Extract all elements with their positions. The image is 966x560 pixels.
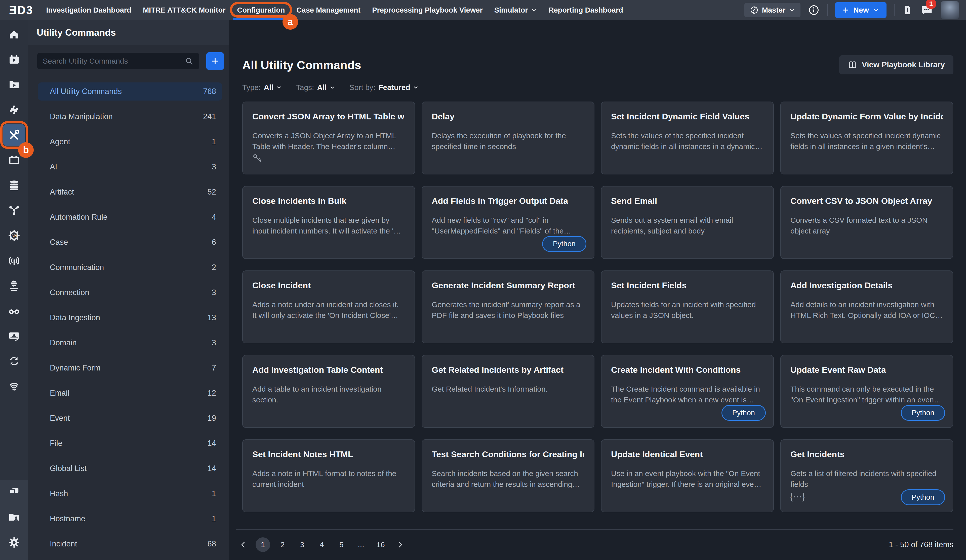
command-card-update-event-raw-data[interactable]: Update Event Raw Data This command can o… (780, 355, 953, 428)
category-global-list[interactable]: Global List 14 (38, 460, 222, 478)
nav-item-reporting-dashboard[interactable]: Reporting Dashboard (549, 0, 623, 20)
database-icon[interactable] (8, 179, 20, 191)
next-page-button[interactable] (393, 537, 407, 552)
add-utility-command-button[interactable] (206, 52, 224, 70)
category-label: Email (50, 388, 69, 398)
page-button-5[interactable]: 5 (334, 537, 349, 552)
command-card-update-identical-event[interactable]: Update Identical Event Use in an event p… (601, 439, 774, 512)
category-count: 3 (212, 162, 216, 172)
category-data-ingestion[interactable]: Data Ingestion 13 (38, 309, 222, 327)
sync-arrows-icon[interactable] (8, 355, 20, 367)
category-domain[interactable]: Domain 3 (38, 334, 222, 352)
command-card-send-email[interactable]: Send Email Sends out a system email with… (601, 186, 774, 259)
command-card-update-dynamic-form-value-by-incident[interactable]: Update Dynamic Form Value by Incident...… (780, 102, 953, 174)
command-card-get-related-incidents-by-artifact[interactable]: Get Related Incidents by Artifact Get Re… (422, 355, 595, 428)
category-incident[interactable]: Incident 68 (38, 535, 222, 553)
new-button-label: New (853, 6, 869, 14)
command-card-set-incident-dynamic-field-values[interactable]: Set Incident Dynamic Field Values Sets t… (601, 102, 774, 174)
notifications-button[interactable]: 1 (920, 3, 933, 16)
command-card-set-incident-notes-html[interactable]: Set Incident Notes HTML Adds a note in H… (242, 439, 415, 512)
kanban-board-icon[interactable] (8, 154, 20, 166)
nav-item-preprocessing-playbook-viewer[interactable]: Preprocessing Playbook Viewer (372, 0, 483, 20)
page-title: All Utility Commands (242, 58, 361, 72)
key-icon (252, 153, 263, 164)
nav-item-simulator[interactable]: Simulator (495, 0, 537, 20)
copy-windows-icon[interactable] (8, 486, 20, 498)
category-communication[interactable]: Communication 2 (38, 259, 222, 277)
page-button-4[interactable]: 4 (314, 537, 329, 552)
nav-item-case-management[interactable]: Case Management (297, 0, 361, 20)
fingerprint-icon[interactable] (8, 380, 20, 392)
page-button-16[interactable]: 16 (373, 537, 388, 552)
command-card-close-incidents-in-bulk[interactable]: Close Incidents in Bulk Close multiple i… (242, 186, 415, 259)
folder-user-icon[interactable] (8, 511, 20, 523)
page-ellipsis[interactable]: ... (354, 537, 368, 552)
category-connection[interactable]: Connection 3 (38, 283, 222, 301)
category-data-manipulation[interactable]: Data Manipulation 241 (38, 108, 222, 126)
binoculars-icon[interactable] (8, 305, 20, 317)
type-filter[interactable]: Type: All (242, 83, 282, 92)
globe-lines-icon[interactable] (8, 280, 20, 292)
calendar-play-icon[interactable] (8, 54, 20, 65)
settings-gear-icon[interactable] (8, 536, 20, 549)
category-automation-rule[interactable]: Automation Rule 4 (38, 208, 222, 226)
puzzle-icon[interactable] (8, 104, 20, 116)
page-button-2[interactable]: 2 (275, 537, 290, 552)
category-ai[interactable]: AI 3 (38, 158, 222, 176)
category-hostname[interactable]: Hostname 1 (38, 510, 222, 528)
category-list: All Utility Commands 768Data Manipulatio… (28, 82, 229, 553)
category-hash[interactable]: Hash 1 (38, 485, 222, 503)
search-input[interactable] (43, 57, 185, 65)
command-title: Add Investigation Details (790, 280, 943, 290)
page-button-1[interactable]: 1 (256, 537, 270, 552)
network-share-icon[interactable] (8, 204, 20, 216)
site-selector[interactable]: Master (744, 3, 801, 17)
category-agent[interactable]: Agent 1 (38, 133, 222, 151)
page-button-3[interactable]: 3 (295, 537, 309, 552)
rail-item-utility-commands[interactable] (3, 124, 25, 146)
home-icon[interactable] (8, 28, 20, 41)
category-email[interactable]: Email 12 (38, 384, 222, 402)
folder-play-icon[interactable] (8, 79, 20, 91)
command-card-get-incidents[interactable]: Get Incidents Gets a list of filtered in… (780, 439, 953, 512)
nav-item-investigation-dashboard[interactable]: Investigation Dashboard (46, 0, 131, 20)
previous-page-button[interactable] (236, 537, 251, 552)
chevron-down-icon (789, 7, 795, 13)
tags-filter[interactable]: Tags: All (296, 83, 335, 92)
incident-report-icon[interactable] (8, 330, 20, 342)
sort-filter[interactable]: Sort by: Featured (350, 83, 419, 92)
category-artifact[interactable]: Artifact 52 (38, 183, 222, 201)
category-file[interactable]: File 14 (38, 434, 222, 452)
broadcast-icon[interactable] (8, 255, 20, 267)
command-card-add-investigation-table-content[interactable]: Add Investigation Table Content Add a ta… (242, 355, 415, 428)
category-dynamic-form[interactable]: Dynamic Form 7 (38, 359, 222, 377)
category-count: 52 (207, 188, 216, 196)
command-card-test-search-conditions-for-creating-inci[interactable]: Test Search Conditions for Creating Inci… (422, 439, 595, 512)
command-card-add-investigation-details[interactable]: Add Investigation Details Add details to… (780, 270, 953, 343)
nav-item-configuration[interactable]: Configuration a (237, 0, 285, 20)
command-title: Set Incident Fields (611, 280, 764, 290)
command-card-convert-csv-to-json-object-array[interactable]: Convert CSV to JSON Object Array Convert… (780, 186, 953, 259)
new-button[interactable]: New (835, 2, 887, 18)
category-event[interactable]: Event 19 (38, 409, 222, 427)
command-description: This command can only be executed in the… (790, 384, 943, 405)
category-case[interactable]: Case 6 (38, 233, 222, 251)
nav-item-mitre-att-ck-monitor[interactable]: MITRE ATT&CK Monitor (143, 0, 226, 20)
category-count: 6 (212, 238, 216, 247)
nav-item-label: Configuration (237, 6, 285, 14)
command-description: Delays the execution of playbook for the… (432, 131, 584, 152)
command-card-add-fields-in-trigger-output-data[interactable]: Add Fields in Trigger Output Data Add ne… (422, 186, 595, 259)
api-gear-icon[interactable]: API (8, 229, 20, 242)
view-playbook-library-button[interactable]: View Playbook Library (839, 55, 953, 74)
category-all-utility-commands[interactable]: All Utility Commands 768 (38, 82, 222, 100)
document-icon[interactable] (902, 5, 913, 15)
info-icon[interactable] (808, 4, 820, 16)
command-card-close-incident[interactable]: Close Incident Adds a note under an inci… (242, 270, 415, 343)
command-card-convert-json-array-to-html-table-with[interactable]: Convert JSON Array to HTML Table with...… (242, 102, 415, 174)
command-card-delay[interactable]: Delay Delays the execution of playbook f… (422, 102, 595, 174)
d3-logo[interactable]: ƎD3 (9, 3, 33, 17)
command-card-set-incident-fields[interactable]: Set Incident Fields Updates fields for a… (601, 270, 774, 343)
command-card-create-incident-with-conditions[interactable]: Create Incident With Conditions The Crea… (601, 355, 774, 428)
command-card-generate-incident-summary-report[interactable]: Generate Incident Summary Report Generat… (422, 270, 595, 343)
user-avatar[interactable] (941, 1, 959, 19)
